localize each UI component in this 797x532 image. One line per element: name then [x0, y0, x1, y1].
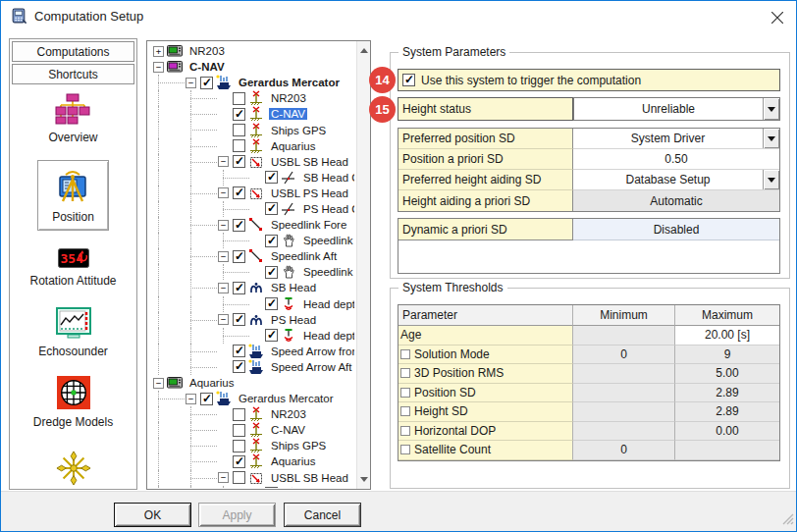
sidebar-item-echosounder[interactable]: Echosounder [38, 307, 108, 358]
tree-expand-toggle[interactable]: − [186, 78, 196, 88]
tree-item[interactable]: −Gerardus Mercator [149, 391, 354, 406]
ok-button[interactable]: OK [114, 503, 191, 527]
tree-item-label[interactable]: Speedlink Fore t [301, 235, 354, 246]
tree-item[interactable]: Speed Arrow Aft [149, 359, 354, 375]
tree-expand-toggle[interactable]: + [153, 46, 164, 57]
tree-item-label[interactable]: Head depth [301, 330, 354, 342]
threshold-checkbox[interactable] [400, 445, 410, 454]
tree-item[interactable]: −Aquarius [149, 375, 354, 391]
tab-shortcuts[interactable]: Shortcuts [12, 64, 134, 84]
tree-item-checkbox[interactable] [233, 408, 245, 421]
tree-item[interactable]: PS Head CoG [149, 201, 354, 217]
tree-item-checkbox[interactable] [265, 171, 278, 184]
tree-item-checkbox[interactable] [233, 282, 245, 294]
tree-item[interactable]: −PS Head [149, 312, 354, 328]
threshold-checkbox[interactable] [400, 388, 410, 398]
tree-item-label[interactable]: Aquarius [187, 377, 236, 389]
tree-expand-toggle[interactable]: − [186, 394, 196, 404]
tree-item-checkbox[interactable] [233, 360, 245, 373]
tree-item-checkbox[interactable] [265, 266, 278, 279]
tree-item-checkbox[interactable] [265, 487, 278, 488]
tree-expand-toggle[interactable]: − [218, 472, 229, 483]
tree-item-checkbox[interactable] [233, 139, 245, 152]
tree-expand-toggle[interactable]: − [218, 314, 229, 325]
tree-expand-toggle[interactable]: − [218, 156, 229, 167]
tree-item[interactable]: NR203 [149, 406, 354, 422]
tree-item[interactable]: SB Head CoG [149, 486, 354, 488]
tree-item[interactable]: −Speedlink Aft [149, 248, 354, 264]
threshold-checkbox[interactable] [400, 349, 410, 359]
parameter-edit-field[interactable]: 0.50 [573, 149, 779, 170]
tree-item-label[interactable]: Aquarius [269, 140, 317, 152]
tree-item-checkbox[interactable] [233, 108, 245, 121]
tree-item[interactable]: NR203 [149, 90, 354, 106]
sidebar-item-overview[interactable]: Overview [48, 93, 97, 144]
sidebar-item-rotation-attitude[interactable]: 354 Rotation Attitude [29, 248, 116, 288]
tree-item-label[interactable]: C-NAV [269, 424, 307, 436]
tree-item-label[interactable]: Speed Arrow Aft [269, 361, 353, 373]
tree-item-checkbox[interactable] [233, 250, 245, 263]
tree-item-label[interactable]: PS Head [269, 314, 318, 326]
tree-item[interactable]: Speed Arrow front [149, 344, 354, 359]
tree-item-label[interactable]: PS Head CoG [301, 203, 354, 215]
tree-item-label[interactable]: USBL SB Head [269, 472, 350, 484]
tree-item-checkbox[interactable] [233, 455, 245, 468]
scroll-down-icon[interactable] [360, 477, 368, 482]
tree-scrollbar[interactable] [356, 41, 370, 489]
tree-item-label[interactable]: Speed Arrow front [269, 346, 354, 357]
chevron-down-icon[interactable] [763, 98, 779, 120]
tree-expand-toggle[interactable]: − [218, 283, 229, 293]
scroll-up-icon[interactable] [360, 48, 368, 53]
tree-expand-toggle[interactable]: − [153, 62, 164, 73]
tree-item[interactable]: −USBL PS Head [149, 186, 354, 201]
parameter-dropdown[interactable]: System Driver [573, 129, 779, 149]
tree-item-label[interactable]: Speedlink Aft [269, 250, 339, 262]
tree-item[interactable]: −Gerardus Mercator [149, 75, 354, 90]
tree-item[interactable]: Aquarius [149, 138, 354, 154]
threshold-checkbox[interactable] [400, 406, 410, 416]
tree-expand-toggle[interactable]: − [218, 220, 229, 231]
close-icon[interactable] [771, 10, 783, 22]
tree-item-label[interactable]: Head depth SB [301, 298, 354, 310]
tree-item-checkbox[interactable] [265, 329, 278, 342]
tree-item-checkbox[interactable] [265, 202, 278, 215]
tree-item-label[interactable]: Gerardus Mercator [237, 393, 336, 404]
tree-item-checkbox[interactable] [200, 393, 213, 405]
tree-item-checkbox[interactable] [265, 297, 278, 310]
tree-item-checkbox[interactable] [233, 92, 245, 105]
tree-item-label[interactable]: USBL SB Head [269, 156, 350, 168]
tree-item[interactable]: −SB Head [149, 280, 354, 295]
tree-item[interactable]: SB Head CoG [149, 170, 354, 186]
threshold-checkbox[interactable] [400, 426, 410, 436]
chevron-down-icon[interactable] [763, 129, 779, 148]
tree-item-label[interactable]: NR203 [269, 92, 308, 104]
tree-expand-toggle[interactable]: − [218, 187, 229, 198]
resize-grip[interactable] [781, 511, 794, 529]
threshold-maximum-cell[interactable]: 20.00 [s] [675, 326, 779, 346]
sidebar-item-dredge-models[interactable]: Dredge Models [33, 376, 113, 429]
tree-item-checkbox[interactable] [233, 440, 245, 452]
tree-item[interactable]: C-NAV [149, 106, 354, 122]
tree-item-label[interactable]: NR203 [187, 45, 227, 57]
tree-item-label[interactable]: SB Head CoG [301, 172, 354, 184]
tree-item-checkbox[interactable] [233, 219, 245, 232]
tree-item[interactable]: Ships GPS [149, 122, 354, 137]
tree-expand-toggle[interactable]: − [153, 378, 164, 389]
tree-item-label[interactable]: NR203 [269, 408, 308, 420]
tree-item[interactable]: Speedlink Aft to [149, 264, 354, 280]
sidebar-item-position[interactable]: Position [37, 160, 109, 231]
trigger-computation-row[interactable]: Use this system to trigger the computati… [398, 69, 780, 91]
tree-item[interactable]: −USBL SB Head [149, 154, 354, 170]
tree-item-label[interactable]: SB Head [269, 282, 318, 293]
tree-item[interactable]: C-NAV [149, 422, 354, 438]
tree-expand-toggle[interactable]: − [218, 251, 229, 262]
tree-item-checkbox[interactable] [233, 124, 245, 136]
tree-item-checkbox[interactable] [233, 313, 245, 326]
tree-item-label[interactable]: C-NAV [187, 61, 227, 73]
tree-item[interactable]: Speedlink Fore t [149, 233, 354, 248]
tree-item-checkbox[interactable] [233, 424, 245, 437]
tree-item-checkbox[interactable] [200, 77, 213, 89]
tree-item-label[interactable]: Aquarius [269, 455, 317, 467]
trigger-checkbox[interactable] [402, 74, 415, 86]
tree-item-label[interactable]: C-NAV [269, 108, 307, 120]
